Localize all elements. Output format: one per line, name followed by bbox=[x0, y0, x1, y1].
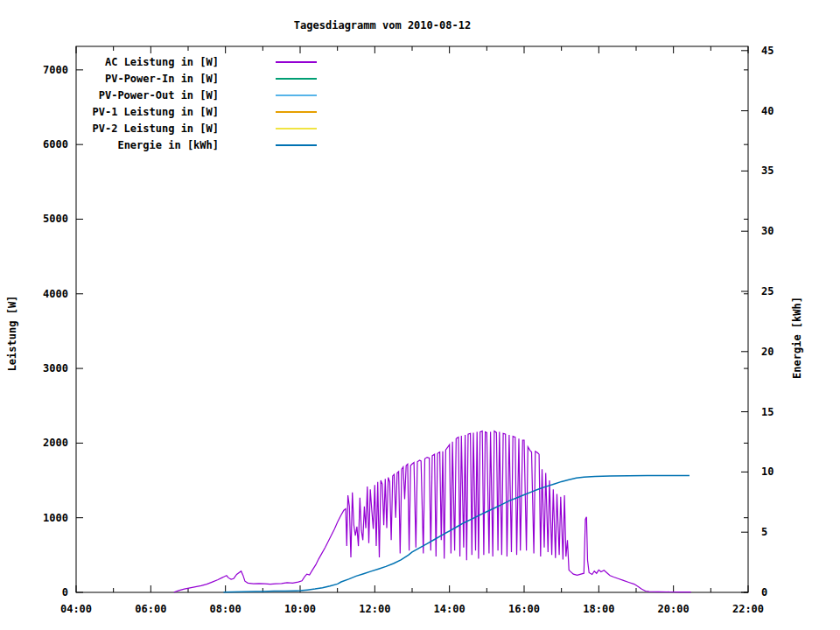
x-tick-label: 14:00 bbox=[434, 603, 466, 615]
y-right-tick-label: 30 bbox=[761, 225, 774, 237]
x-tick-label: 06:00 bbox=[135, 603, 166, 615]
chart-title: Tagesdiagramm vom 2010-08-12 bbox=[251, 19, 514, 32]
gnuplot-day-diagram: { "chart_data": { "type": "line", "title… bbox=[0, 0, 840, 630]
series-line-energie bbox=[224, 476, 690, 592]
x-tick-label: 20:00 bbox=[658, 603, 690, 615]
y-right-tick-label: 40 bbox=[761, 105, 774, 117]
y-right-tick-label: 15 bbox=[761, 406, 774, 418]
x-tick-label: 04:00 bbox=[60, 603, 92, 615]
legend-line-sample-pv1-leistung bbox=[276, 111, 317, 113]
legend-label-pv2-leistung: PV-2 Leistung in [W] bbox=[52, 122, 219, 136]
x-tick-label: 08:00 bbox=[210, 603, 242, 615]
legend-line-sample-energie bbox=[276, 144, 317, 146]
y-right-tick-label: 20 bbox=[761, 346, 774, 358]
x-tick-label: 10:00 bbox=[284, 603, 316, 615]
series-line-ac-leistung bbox=[174, 431, 691, 592]
x-tick-label: 22:00 bbox=[732, 603, 764, 615]
y-left-tick-label: 1000 bbox=[43, 512, 68, 524]
legend-label-pv-power-in: PV-Power-In in [W] bbox=[52, 72, 219, 86]
y-right-tick-label: 10 bbox=[761, 466, 774, 478]
x-tick-label: 12:00 bbox=[359, 603, 390, 615]
y-left-tick-label: 0 bbox=[62, 586, 68, 598]
legend-line-sample-pv-power-in bbox=[276, 78, 317, 80]
x-tick-label: 18:00 bbox=[583, 603, 614, 615]
y-right-axis-title: Energie [kWh] bbox=[791, 297, 803, 379]
y-left-tick-label: 5000 bbox=[43, 213, 68, 225]
legend-line-sample-pv-power-out bbox=[276, 94, 317, 96]
legend-line-sample-pv2-leistung bbox=[276, 128, 317, 130]
legend-label-pv1-leistung: PV-1 Leistung in [W] bbox=[52, 105, 219, 119]
y-left-tick-label: 3000 bbox=[43, 362, 68, 374]
y-left-tick-label: 4000 bbox=[43, 288, 68, 300]
y-left-tick-label: 2000 bbox=[43, 437, 68, 449]
y-right-tick-label: 5 bbox=[761, 526, 767, 538]
y-right-tick-label: 0 bbox=[761, 586, 767, 598]
legend-label-pv-power-out: PV-Power-Out in [W] bbox=[52, 88, 219, 102]
legend-label-energie: Energie in [kWh] bbox=[52, 138, 219, 152]
y-right-tick-label: 45 bbox=[761, 45, 774, 57]
y-left-axis-title: Leistung [W] bbox=[6, 296, 18, 372]
legend-line-sample-ac-leistung bbox=[276, 61, 317, 63]
x-tick-label: 16:00 bbox=[508, 603, 540, 615]
legend-label-ac-leistung: AC Leistung in [W] bbox=[52, 55, 219, 69]
y-right-tick-label: 25 bbox=[761, 285, 774, 298]
y-right-tick-label: 35 bbox=[761, 164, 774, 177]
